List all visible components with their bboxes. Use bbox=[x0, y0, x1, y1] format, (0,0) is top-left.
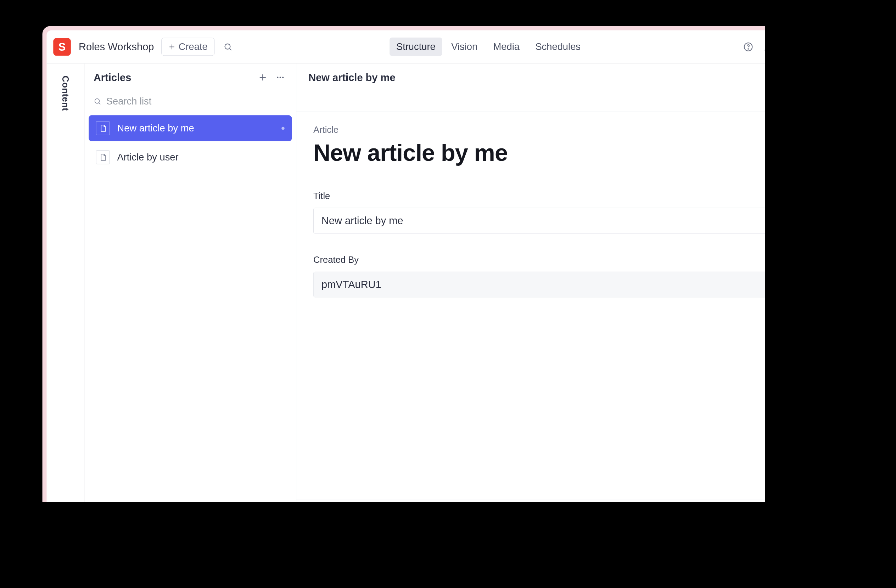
plus-icon bbox=[168, 43, 175, 50]
title-input[interactable] bbox=[313, 208, 765, 234]
list-item[interactable]: New article by me bbox=[88, 115, 292, 141]
nav-right: Tasks bbox=[742, 39, 765, 55]
list-items: New article by me Article by user bbox=[84, 114, 296, 172]
doc-footer: Not published Edited just now Publish bbox=[296, 500, 765, 502]
global-search-button[interactable] bbox=[221, 40, 235, 54]
doc-body: Article New article by me Title Created … bbox=[296, 111, 765, 500]
list-item[interactable]: Article by user bbox=[88, 144, 292, 170]
list-title: Articles bbox=[94, 71, 252, 83]
doc-type-label: Article bbox=[313, 125, 765, 135]
document-icon bbox=[96, 150, 110, 164]
field-label: Created By bbox=[313, 255, 765, 265]
help-icon bbox=[744, 42, 753, 52]
revision-label: Latest revision bbox=[765, 93, 765, 104]
nav-tab-media[interactable]: Media bbox=[487, 38, 526, 56]
workspace-name[interactable]: Roles Workshop bbox=[79, 41, 154, 52]
list-menu-button[interactable] bbox=[274, 71, 287, 84]
list-header: Articles bbox=[84, 64, 296, 91]
field-created-by: Created By bbox=[313, 255, 765, 297]
svg-point-2 bbox=[225, 44, 230, 49]
nav-tab-vision[interactable]: Vision bbox=[445, 38, 484, 56]
create-button[interactable]: Create bbox=[161, 38, 215, 56]
document-icon bbox=[96, 121, 110, 135]
create-label: Create bbox=[178, 41, 208, 52]
svg-point-5 bbox=[748, 49, 748, 49]
svg-point-13 bbox=[282, 76, 283, 78]
doc-header: New article by me bbox=[296, 64, 765, 91]
main-area: Content Articles bbox=[47, 64, 765, 502]
list-item-label: New article by me bbox=[117, 123, 274, 134]
field-title: Title bbox=[313, 191, 765, 233]
user-icon bbox=[763, 42, 765, 52]
document-panel: New article by me La bbox=[296, 64, 765, 502]
created-by-input bbox=[313, 272, 765, 298]
help-button[interactable] bbox=[742, 40, 755, 53]
window-frame: S Roles Workshop Create Structure Vis bbox=[43, 26, 765, 502]
list-search-input[interactable] bbox=[106, 96, 287, 107]
nav-tab-structure[interactable]: Structure bbox=[390, 38, 442, 56]
app-root: S Roles Workshop Create Structure Vis bbox=[47, 30, 765, 502]
add-item-button[interactable] bbox=[256, 71, 270, 84]
list-item-label: Article by user bbox=[117, 152, 284, 163]
svg-point-11 bbox=[277, 76, 278, 78]
doc-heading: New article by me bbox=[313, 139, 765, 167]
svg-point-14 bbox=[95, 99, 100, 103]
brand-logo[interactable]: S bbox=[53, 38, 71, 56]
plus-icon bbox=[258, 73, 267, 82]
status-dot bbox=[282, 127, 285, 130]
left-rail: Content bbox=[47, 64, 85, 502]
svg-line-15 bbox=[99, 103, 100, 104]
doc-crumb-title: New article by me bbox=[308, 71, 765, 83]
svg-point-12 bbox=[280, 76, 281, 78]
search-icon bbox=[223, 42, 233, 52]
list-panel: Articles bbox=[84, 64, 296, 502]
ellipsis-icon bbox=[276, 73, 285, 82]
top-nav: S Roles Workshop Create Structure Vis bbox=[47, 30, 765, 64]
field-label: Title bbox=[313, 191, 765, 201]
rail-label-content[interactable]: Content bbox=[60, 76, 70, 502]
nav-tab-schedules[interactable]: Schedules bbox=[529, 38, 587, 56]
search-icon bbox=[94, 97, 101, 105]
presence-button[interactable] bbox=[762, 40, 765, 53]
revision-selector[interactable]: Latest revision bbox=[296, 91, 765, 111]
nav-center: Structure Vision Media Schedules bbox=[241, 38, 736, 56]
list-search bbox=[84, 91, 296, 114]
svg-line-3 bbox=[230, 49, 232, 50]
brand-letter: S bbox=[58, 40, 66, 53]
